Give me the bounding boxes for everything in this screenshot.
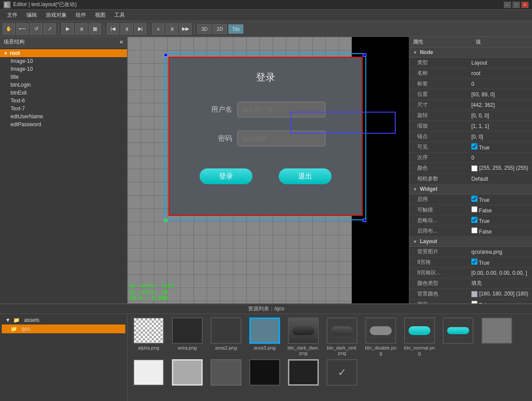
prop-camera: 相机参数 Default — [409, 174, 532, 184]
asset-area2[interactable]: area2.png — [208, 317, 244, 356]
asset-btn-disable[interactable]: btn_disable.png — [363, 317, 398, 356]
prop-visible: 可见 True — [409, 142, 532, 153]
tool-a[interactable]: ≡ — [152, 23, 164, 35]
menu-gameobject[interactable]: 游戏对象 — [41, 10, 71, 20]
viewport[interactable]: 登录 用户名 密码 登录 退出 — [128, 37, 409, 303]
menu-file[interactable]: 文件 — [3, 10, 22, 20]
asset-row2-6[interactable] — [247, 359, 282, 387]
tree-item-text6[interactable]: Text-6 — [0, 97, 127, 105]
props-section-layout[interactable]: ▼ Layout — [409, 237, 532, 247]
prop-color: 颜色 [255, 255, 255] (255) — [409, 163, 532, 174]
tree-item-image10a[interactable]: Image-10 — [0, 57, 127, 65]
tool-b[interactable]: ⏸ — [166, 23, 178, 35]
visible-checkbox[interactable] — [471, 143, 477, 149]
separator-1 — [58, 24, 59, 34]
asset-row2-6-thumb — [249, 359, 280, 386]
asset-btn-dark-nml[interactable]: btn_dark_nml.png — [324, 317, 360, 356]
asset-row2-7[interactable] — [286, 359, 321, 387]
tree-item-title[interactable]: title — [0, 73, 127, 81]
prop-rotation: 旋转 [0, 0, 0] — [409, 110, 532, 121]
view-3d-button[interactable]: 3D — [197, 24, 211, 34]
assets-header: 资源列表：/qco — [0, 304, 532, 314]
tree-item-btnlogin[interactable]: btnLogin — [0, 81, 127, 89]
tree-item-edtpassword[interactable]: edtPassword — [0, 120, 127, 128]
username-input[interactable] — [237, 102, 325, 117]
asset-area3[interactable]: area3.png — [247, 317, 282, 356]
tool-pause2[interactable]: ⏸ — [120, 23, 133, 35]
close-button[interactable]: ✕ — [521, 2, 528, 8]
props-attr-header: 属性 — [413, 38, 476, 46]
menu-component[interactable]: 组件 — [71, 10, 91, 20]
tree-item-btnlogin-label: btnLogin — [11, 82, 31, 88]
separator-4 — [194, 24, 195, 34]
widget-arrow-icon: ▼ — [413, 187, 417, 192]
prop-enabled: 启用 True — [409, 194, 532, 205]
tool-scale[interactable]: ⤢ — [44, 23, 56, 35]
asset-row2-2[interactable] — [479, 317, 514, 356]
folder-icon-assets: 📁 — [13, 317, 20, 323]
asset-alpha-name: alpha.png — [138, 345, 159, 350]
login-button[interactable]: 登录 — [200, 168, 252, 184]
tree-item-image10b-label: Image-10 — [11, 66, 33, 72]
assets-body: ▼ 📁 assets 📁 qco alpha.png area.png — [0, 314, 532, 401]
menu-edit[interactable]: 编辑 — [22, 10, 41, 20]
tree-item-btnexit[interactable]: btnExit — [0, 89, 127, 97]
color-swatch — [471, 165, 477, 171]
tree-item-edtusername[interactable]: edtUserName — [0, 113, 127, 120]
enabled-checkbox[interactable] — [471, 196, 477, 202]
tree-item-edtpassword-label: edtPassword — [11, 121, 41, 128]
asset-btn-normal[interactable]: btn_normal.png — [402, 317, 437, 356]
menu-view[interactable]: 视图 — [91, 10, 110, 20]
login-buttons: 登录 退出 — [200, 168, 332, 184]
sel-handle-bl — [164, 219, 168, 222]
asset-row2-1[interactable] — [441, 317, 476, 356]
sel-handle-tl — [164, 53, 168, 57]
ignore-checkbox[interactable] — [471, 217, 477, 223]
props-section-widget[interactable]: ▼ Widget — [409, 184, 532, 194]
props-val-header: 值 — [476, 38, 528, 46]
tree-item-root[interactable]: ▼ root — [0, 49, 127, 57]
tree-item-text7[interactable]: Text-7 — [0, 105, 127, 113]
scene-panel-close-button[interactable]: ✕ — [119, 39, 124, 45]
asset-row2-8[interactable]: ✓ — [324, 359, 360, 387]
tool-hand[interactable]: ✋ — [3, 23, 15, 35]
tree-item-image10b[interactable]: Image-10 — [0, 65, 127, 73]
tool-step-forward[interactable]: ▶| — [134, 23, 146, 35]
prop-clip: 裁剪 False — [409, 299, 532, 303]
asset-row2-3[interactable] — [131, 359, 166, 387]
minimize-button[interactable]: ─ — [504, 2, 511, 8]
password-input[interactable] — [237, 131, 325, 146]
asset-row2-5[interactable] — [208, 359, 244, 387]
prop-order: 次序 0 — [409, 153, 532, 163]
menu-tools[interactable]: 工具 — [110, 10, 129, 20]
asset-btn-dark-dwn[interactable]: btn_dark_dwn.png — [286, 317, 321, 356]
tool-play[interactable]: ▶ — [62, 23, 74, 35]
tree-item-edtusername-label: edtUserName — [11, 113, 43, 120]
asset-alpha[interactable]: alpha.png — [131, 317, 166, 356]
scene-panel: 场景结构 ✕ ▼ root Image-10 Image-10 title bt… — [0, 37, 128, 303]
props-section-node[interactable]: ▼ Node — [409, 47, 532, 58]
layout-enable-checkbox[interactable] — [471, 227, 477, 233]
tool-rotate[interactable]: ↺ — [30, 23, 42, 35]
tool-c[interactable]: ▶▶ — [179, 23, 192, 35]
maximize-button[interactable]: □ — [513, 2, 520, 8]
touchable-checkbox[interactable] — [471, 206, 477, 212]
view-2d-button[interactable]: 2D — [213, 24, 227, 34]
login-password-row: 密码 — [206, 131, 325, 146]
assets-tree-qco-label: qco — [22, 326, 30, 332]
tool-move[interactable]: ⟵ — [16, 23, 29, 35]
asset-area[interactable]: area.png — [170, 317, 205, 356]
tool-bar-chart[interactable]: ▦ — [89, 23, 101, 35]
exit-button[interactable]: 退出 — [279, 168, 332, 184]
clip-checkbox[interactable] — [471, 301, 477, 303]
tool-pause[interactable]: ⏸ — [75, 23, 87, 35]
asset-row2-2-thumb — [481, 317, 512, 344]
view-tile-button[interactable]: Tile — [228, 24, 244, 34]
9grid-checkbox[interactable] — [471, 259, 477, 265]
assets-tree-assets[interactable]: ▼ 📁 assets — [2, 316, 125, 324]
prop-position: 位置 [93, 89, 0] — [409, 89, 532, 100]
tool-step-back[interactable]: |◀ — [107, 23, 119, 35]
asset-row2-4[interactable] — [170, 359, 205, 387]
assets-tree-qco[interactable]: 📁 qco — [2, 324, 125, 333]
asset-alpha-thumb — [133, 317, 164, 344]
